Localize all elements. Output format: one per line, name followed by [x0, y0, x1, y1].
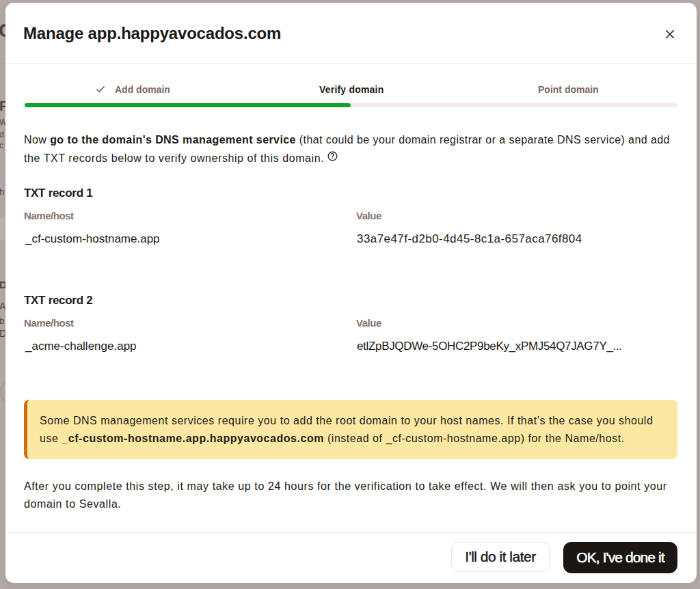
svg-text:?: ? [330, 152, 335, 159]
